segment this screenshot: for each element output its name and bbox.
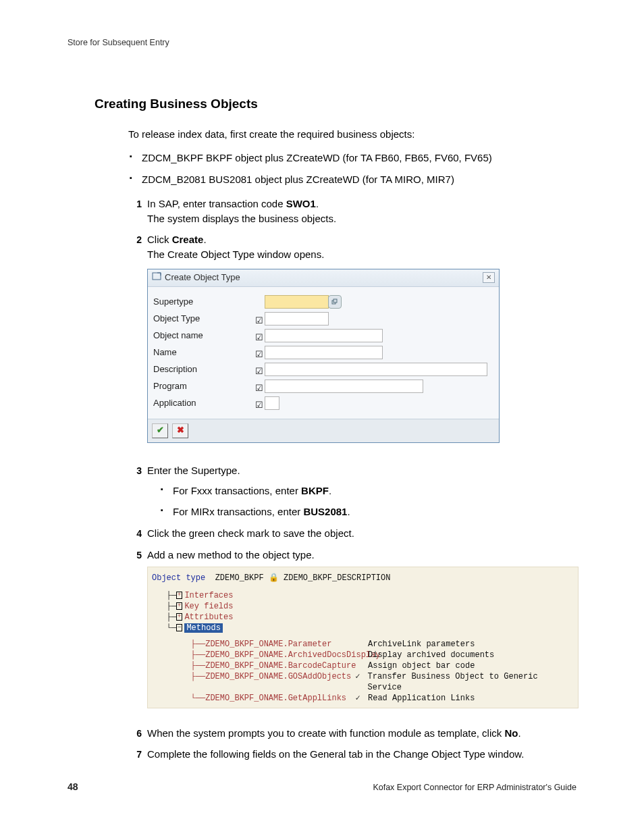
cancel-button[interactable]: ✖ bbox=[172, 423, 188, 438]
step-text: Complete the following fields on the Gen… bbox=[147, 748, 524, 760]
f4-help-button[interactable] bbox=[328, 295, 342, 309]
svg-rect-2 bbox=[333, 299, 337, 303]
step-number: 6 bbox=[128, 727, 142, 740]
label-object-name: Object name bbox=[153, 330, 265, 342]
list-item: For Fxxx transactions, enter BKPF. bbox=[159, 484, 576, 498]
required-indicator-icon: ☑ bbox=[255, 315, 263, 328]
required-indicator-icon: ☑ bbox=[255, 348, 263, 361]
input-program[interactable] bbox=[265, 380, 423, 393]
label-application: Application bbox=[153, 397, 265, 410]
tree-node-interfaces[interactable]: ├─+Interfaces bbox=[152, 590, 574, 601]
step-text: Click Create. bbox=[147, 234, 207, 245]
label-object-type: Object Type bbox=[153, 313, 265, 325]
input-supertype[interactable] bbox=[265, 295, 329, 309]
step-text: Add a new method to the object type. bbox=[147, 549, 315, 561]
step-3: 3 Enter the Supertype. For Fxxx transact… bbox=[128, 463, 576, 519]
required-indicator-icon: ☑ bbox=[255, 332, 263, 344]
input-name[interactable] bbox=[265, 346, 383, 359]
bob-header: Object type ZDEMO_BKPF 🔒 ZDEMO_BKPF_DESC… bbox=[152, 573, 574, 583]
step-text: In SAP, enter transaction code SWO1. bbox=[147, 198, 319, 209]
running-header: Store for Subsequent Entry bbox=[68, 36, 576, 49]
dialog-icon bbox=[152, 271, 161, 284]
close-icon[interactable]: ✕ bbox=[483, 272, 495, 283]
method-row[interactable]: ├──ZDEMO_BKPF_ONAME.BarcodeCaptureAssign… bbox=[152, 660, 574, 671]
page-footer: 48 Kofax Export Connector for ERP Admini… bbox=[68, 781, 576, 792]
check-icon: ✔ bbox=[157, 424, 164, 437]
required-objects-list: ZDCM_BKPF BKPF object plus ZCreateWD (fo… bbox=[128, 151, 576, 187]
input-object-name[interactable] bbox=[265, 329, 383, 342]
input-description[interactable] bbox=[265, 363, 487, 376]
method-row[interactable]: └──ZDEMO_BKPF_ONAME.GetApplLinks✓Read Ap… bbox=[152, 693, 574, 704]
confirm-button[interactable]: ✔ bbox=[152, 423, 168, 438]
page-number: 48 bbox=[68, 781, 78, 792]
step-number: 4 bbox=[128, 527, 142, 540]
tree-node-keyfields[interactable]: ├─+Key fields bbox=[152, 601, 574, 612]
step-number: 1 bbox=[128, 197, 142, 211]
lock-icon: 🔒 bbox=[269, 573, 279, 583]
step-6: 6 When the system prompts you to create … bbox=[128, 726, 576, 741]
label-name: Name bbox=[153, 346, 265, 359]
dialog-footer: ✔ ✖ bbox=[148, 419, 499, 442]
label-program: Program bbox=[153, 380, 265, 393]
dialog-title: Create Object Type bbox=[165, 271, 240, 284]
method-row[interactable]: ├──ZDEMO_BKPF_ONAME.GOSAddObjects✓Transf… bbox=[152, 671, 574, 693]
input-application[interactable] bbox=[265, 396, 279, 410]
step-number: 7 bbox=[128, 748, 142, 761]
step-text: Click the green check mark to save the o… bbox=[147, 527, 354, 539]
cancel-icon: ✖ bbox=[177, 424, 184, 437]
list-item: For MIRx transactions, enter BUS2081. bbox=[159, 504, 576, 519]
section-title: Creating Business Objects bbox=[95, 95, 576, 113]
step-7: 7 Complete the following fields on the G… bbox=[128, 747, 576, 762]
required-indicator-icon: ☑ bbox=[255, 382, 263, 395]
step-text: The system displays the business objects… bbox=[147, 213, 336, 224]
tree-node-attributes[interactable]: ├─+Attributes bbox=[152, 612, 574, 623]
step-text: The Create Object Type window opens. bbox=[147, 249, 324, 260]
method-row[interactable]: ├──ZDEMO_BKPF_ONAME.ArchivedDocsDisplayD… bbox=[152, 650, 574, 660]
business-object-builder: Object type ZDEMO_BKPF 🔒 ZDEMO_BKPF_DESC… bbox=[147, 567, 579, 708]
required-indicator-icon: ☑ bbox=[255, 399, 263, 412]
label-description: Description bbox=[153, 363, 265, 376]
create-object-type-dialog: Create Object Type ✕ Supertype bbox=[147, 269, 500, 443]
step-5: 5 Add a new method to the object type. O… bbox=[128, 548, 576, 708]
step-2: 2 Click Create. The Create Object Type w… bbox=[128, 232, 576, 442]
step-text: When the system prompts you to create wi… bbox=[147, 727, 521, 739]
list-item: ZDCM_BKPF BKPF object plus ZCreateWD (fo… bbox=[128, 151, 576, 165]
step-number: 3 bbox=[128, 464, 142, 477]
footer-doc-title: Kofax Export Connector for ERP Administr… bbox=[373, 783, 576, 792]
input-object-type[interactable] bbox=[265, 312, 329, 325]
required-indicator-icon: ☑ bbox=[255, 365, 263, 378]
method-row[interactable]: ├──ZDEMO_BKPF_ONAME.ParameterArchiveLink… bbox=[152, 639, 574, 650]
tree-node-methods[interactable]: └─−Methods bbox=[152, 623, 574, 633]
step-number: 5 bbox=[128, 548, 142, 562]
label-supertype: Supertype bbox=[153, 296, 265, 309]
step-text: Enter the Supertype. bbox=[147, 465, 240, 476]
step-1: 1 In SAP, enter transaction code SWO1. T… bbox=[128, 197, 576, 226]
svg-rect-0 bbox=[153, 273, 161, 280]
intro-paragraph: To release index data, first create the … bbox=[128, 127, 576, 142]
step-number: 2 bbox=[128, 233, 142, 246]
list-item: ZDCM_B2081 BUS2081 object plus ZCreateWD… bbox=[128, 172, 576, 187]
dialog-titlebar: Create Object Type ✕ bbox=[148, 269, 499, 287]
step-4: 4 Click the green check mark to save the… bbox=[128, 526, 576, 541]
